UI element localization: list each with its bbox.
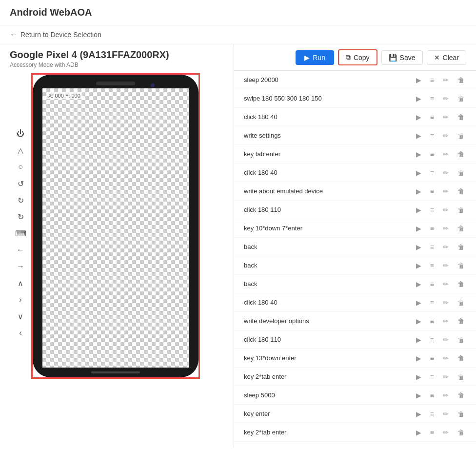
command-run-button[interactable]: ▶ [414,316,423,326]
back-nav[interactable]: ← Return to Device Selection [0,25,476,44]
command-run-button[interactable]: ▶ [414,224,423,233]
command-run-button[interactable]: ▶ [414,298,423,308]
command-delete-button[interactable]: 🗑 [456,279,466,289]
command-run-button[interactable]: ▶ [414,242,423,252]
command-list-button[interactable]: ≡ [428,112,436,122]
phone-device[interactable]: X: 000 Y: 000 [33,75,198,377]
command-run-button[interactable]: ▶ [414,186,423,196]
command-edit-button[interactable]: ✏ [441,372,451,382]
command-edit-button[interactable]: ✏ [441,112,451,122]
command-edit-button[interactable]: ✏ [441,390,451,400]
command-list-button[interactable]: ≡ [428,131,436,141]
command-list-button[interactable]: ≡ [428,205,436,215]
command-delete-button[interactable]: 🗑 [456,75,466,85]
keyboard-button[interactable]: ⌨ [14,226,27,240]
command-list-button[interactable]: ≡ [428,224,436,233]
chevron-down-button[interactable]: ∨ [14,309,27,323]
chevron-up-button[interactable]: ∧ [14,276,27,290]
command-list-button[interactable]: ≡ [428,75,436,85]
nav-left-button[interactable]: ← [14,243,27,257]
command-list-button[interactable]: ≡ [428,372,436,382]
command-delete-button[interactable]: 🗑 [456,242,466,252]
rotate-cw-button[interactable]: ↻ [14,193,27,207]
command-list-button[interactable]: ≡ [428,390,436,400]
command-edit-button[interactable]: ✏ [441,131,451,141]
command-run-button[interactable]: ▶ [414,372,423,382]
command-edit-button[interactable]: ✏ [441,428,451,437]
command-edit-button[interactable]: ✏ [441,149,451,159]
command-edit-button[interactable]: ✏ [441,335,451,345]
command-list-button[interactable]: ≡ [428,242,436,252]
rotate-ccw-button[interactable]: ↺ [14,177,27,190]
save-button[interactable]: 💾 Save [381,50,423,65]
command-delete-button[interactable]: 🗑 [456,372,466,382]
command-list-button[interactable]: ≡ [428,279,436,289]
command-delete-button[interactable]: 🗑 [456,149,466,159]
command-edit-button[interactable]: ✏ [441,168,451,178]
command-edit-button[interactable]: ✏ [441,205,451,215]
command-run-button[interactable]: ▶ [414,279,423,289]
command-delete-button[interactable]: 🗑 [456,168,466,178]
command-delete-button[interactable]: 🗑 [456,131,466,141]
command-delete-button[interactable]: 🗑 [456,261,466,270]
command-run-button[interactable]: ▶ [414,205,423,215]
command-edit-button[interactable]: ✏ [441,298,451,308]
command-run-button[interactable]: ▶ [414,131,423,141]
command-run-button[interactable]: ▶ [414,261,423,270]
command-run-button[interactable]: ▶ [414,149,423,159]
command-run-button[interactable]: ▶ [414,409,423,419]
command-delete-button[interactable]: 🗑 [456,409,466,419]
command-run-button[interactable]: ▶ [414,335,423,345]
command-run-button[interactable]: ▶ [414,112,423,122]
command-delete-button[interactable]: 🗑 [456,112,466,122]
chevron-left-button[interactable]: ‹ [14,326,27,340]
command-delete-button[interactable]: 🗑 [456,205,466,215]
command-delete-button[interactable]: 🗑 [456,316,466,326]
copy-button[interactable]: ⧉ Copy [338,49,377,65]
command-list-button[interactable]: ≡ [428,298,436,308]
command-list-button[interactable]: ≡ [428,149,436,159]
command-edit-button[interactable]: ✏ [441,353,451,363]
power-button[interactable]: ⏻ [14,127,27,141]
command-edit-button[interactable]: ✏ [441,242,451,252]
home-button[interactable]: △ [14,144,27,157]
command-run-button[interactable]: ▶ [414,94,423,103]
command-list-button[interactable]: ≡ [428,353,436,363]
run-button[interactable]: ▶ Run [296,50,334,65]
command-run-button[interactable]: ▶ [414,168,423,178]
command-edit-button[interactable]: ✏ [441,261,451,270]
command-list-button[interactable]: ≡ [428,409,436,419]
command-run-button[interactable]: ▶ [414,353,423,363]
command-list-button[interactable]: ≡ [428,428,436,437]
command-edit-button[interactable]: ✏ [441,316,451,326]
command-run-button[interactable]: ▶ [414,390,423,400]
command-delete-button[interactable]: 🗑 [456,224,466,233]
rotate-cw2-button[interactable]: ↻ [14,210,27,224]
back-circle-button[interactable]: ○ [14,160,27,174]
command-edit-button[interactable]: ✏ [441,409,451,419]
command-list-button[interactable]: ≡ [428,335,436,345]
command-list-button[interactable]: ≡ [428,316,436,326]
clear-button[interactable]: ✕ Clear [427,50,466,65]
phone-screen[interactable]: X: 000 Y: 000 [42,88,189,368]
command-edit-button[interactable]: ✏ [441,186,451,196]
command-run-button[interactable]: ▶ [414,428,423,437]
command-edit-button[interactable]: ✏ [441,94,451,103]
command-run-button[interactable]: ▶ [414,75,423,85]
command-list-button[interactable]: ≡ [428,261,436,270]
command-delete-button[interactable]: 🗑 [456,186,466,196]
chevron-right-button[interactable]: › [14,293,27,307]
command-edit-button[interactable]: ✏ [441,279,451,289]
command-delete-button[interactable]: 🗑 [456,335,466,345]
command-delete-button[interactable]: 🗑 [456,390,466,400]
command-list-button[interactable]: ≡ [428,168,436,178]
command-delete-button[interactable]: 🗑 [456,353,466,363]
nav-right-button[interactable]: → [14,260,27,273]
command-edit-button[interactable]: ✏ [441,75,451,85]
command-delete-button[interactable]: 🗑 [456,428,466,437]
command-list-button[interactable]: ≡ [428,186,436,196]
command-edit-button[interactable]: ✏ [441,224,451,233]
command-delete-button[interactable]: 🗑 [456,298,466,308]
command-list-button[interactable]: ≡ [428,94,436,103]
command-delete-button[interactable]: 🗑 [456,94,466,103]
